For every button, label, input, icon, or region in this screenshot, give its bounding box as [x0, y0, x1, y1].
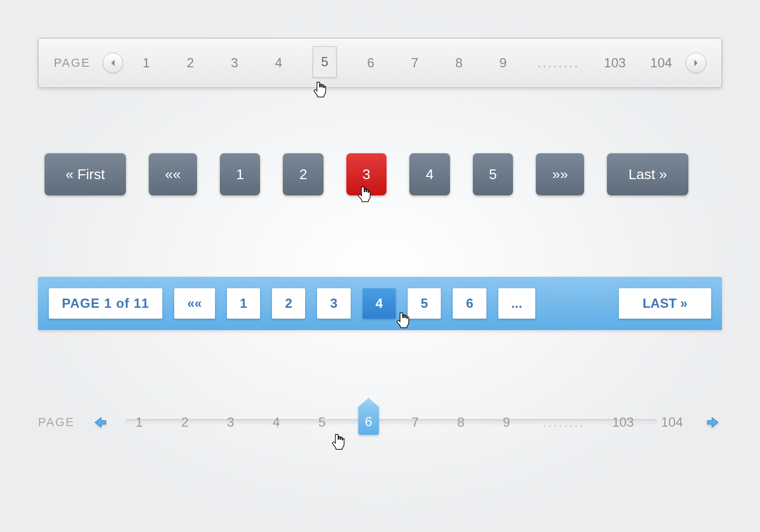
- page-number[interactable]: 9: [497, 415, 516, 430]
- page-number[interactable]: 1: [227, 288, 260, 319]
- page-number[interactable]: 3: [225, 55, 244, 71]
- page-number[interactable]: 103: [604, 55, 626, 71]
- pagination-style-slate: « First««12345»»Last »: [38, 153, 722, 195]
- arrow-left-icon: [92, 415, 108, 429]
- cursor-hand-icon: [313, 81, 328, 98]
- page-number[interactable]: 7: [406, 415, 425, 430]
- page-number[interactable]: 5: [313, 46, 336, 78]
- page-number[interactable]: 5: [408, 288, 441, 319]
- page-number[interactable]: 1: [130, 415, 149, 430]
- prev-button[interactable]: [91, 414, 109, 431]
- page-number[interactable]: 7: [405, 55, 425, 71]
- arrow-right-icon: [705, 415, 721, 429]
- page-number-list: 123456789........103104: [123, 48, 686, 78]
- next-button[interactable]: [705, 414, 722, 431]
- page-number[interactable]: 4: [267, 415, 286, 430]
- ellipsis: ........: [543, 415, 585, 430]
- pagination-style-gray: PAGE 123456789........103104: [38, 38, 722, 88]
- next-button[interactable]: »»: [536, 153, 584, 195]
- page-number[interactable]: 104: [661, 415, 683, 430]
- page-number[interactable]: 4: [363, 288, 396, 319]
- page-number-list: 123456789........103104: [109, 410, 705, 435]
- first-button[interactable]: « First: [45, 153, 126, 195]
- page-number[interactable]: 5: [313, 415, 331, 430]
- page-number[interactable]: 9: [493, 55, 513, 71]
- page-number[interactable]: 1: [137, 55, 156, 71]
- page-number[interactable]: 4: [269, 55, 288, 71]
- page-number[interactable]: 2: [272, 288, 305, 319]
- prev-button[interactable]: [103, 53, 123, 73]
- page-label: PAGE: [54, 56, 91, 70]
- page-number[interactable]: 6: [361, 55, 381, 71]
- page-number[interactable]: 103: [612, 415, 634, 430]
- page-number[interactable]: 6: [453, 288, 486, 319]
- page-number[interactable]: 104: [650, 55, 672, 71]
- page-number[interactable]: 8: [449, 55, 469, 71]
- chevron-right-icon: [693, 59, 699, 67]
- last-button[interactable]: LAST »: [619, 288, 711, 319]
- page-number[interactable]: 5: [473, 153, 513, 195]
- pagination-style-blue: PAGE 1 of 11««123456...LAST »: [38, 277, 722, 330]
- page-info: PAGE 1 of 11: [49, 288, 162, 319]
- next-button[interactable]: [686, 53, 706, 73]
- prev-button[interactable]: ««: [149, 153, 197, 195]
- page-number[interactable]: 1: [220, 153, 260, 195]
- page-number[interactable]: 3: [221, 415, 240, 430]
- chevron-left-icon: [110, 59, 116, 67]
- page-label: PAGE: [38, 415, 75, 429]
- page-number[interactable]: 4: [409, 153, 449, 195]
- page-number[interactable]: 2: [283, 153, 323, 195]
- ellipsis: ...: [498, 288, 535, 319]
- ellipsis: ........: [537, 55, 579, 71]
- page-number[interactable]: 8: [452, 415, 470, 430]
- page-number[interactable]: 2: [176, 415, 194, 430]
- page-number[interactable]: 2: [181, 55, 200, 71]
- last-button[interactable]: Last »: [607, 153, 688, 195]
- page-number[interactable]: 6: [358, 407, 378, 435]
- page-number[interactable]: 3: [346, 153, 387, 195]
- prev-button[interactable]: ««: [174, 288, 215, 319]
- page-number[interactable]: 3: [317, 288, 350, 319]
- pagination-style-ribbon: PAGE 123456789........103104: [38, 401, 722, 444]
